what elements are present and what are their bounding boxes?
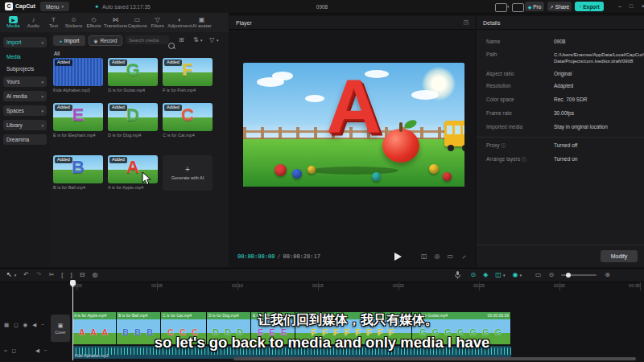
export-button[interactable]: ↑Export (575, 2, 604, 11)
snap-icon[interactable]: ⊙ (548, 272, 554, 278)
fullscreen-icon[interactable]: ↔ (459, 252, 468, 261)
tab-text[interactable]: TText (43, 13, 64, 32)
info-icon[interactable]: ⓘ (522, 157, 526, 162)
minimize-button[interactable]: – (618, 3, 621, 9)
grid-view-icon[interactable]: ⊞ (179, 37, 184, 43)
generate-with-ai-card[interactable]: + Generate with AI (163, 155, 213, 191)
collapse-icon[interactable]: − (44, 348, 47, 354)
media-item-f-fish[interactable]: FAdded (163, 58, 213, 86)
sidebar-item-yours[interactable]: Yours▾ (3, 76, 47, 87)
microphone-icon[interactable] (455, 271, 460, 279)
delete-left-icon[interactable]: [ (61, 272, 63, 278)
media-sidebar: Import▾ Media Subprojects Yours▾ AI medi… (0, 32, 51, 267)
cover-button[interactable]: ▣ Cover (51, 315, 70, 342)
preview-letter: A (243, 68, 464, 145)
undo-icon[interactable]: ↶ (23, 272, 29, 278)
layout-chevron-icon[interactable]: ▾ (507, 4, 510, 9)
sidebar-item-subprojects[interactable]: Subprojects (3, 64, 47, 74)
sidebar-item-library[interactable]: Library▾ (3, 120, 47, 130)
added-badge: Added (55, 157, 72, 163)
tab-adjustment[interactable]: ◐Adjustment (167, 13, 192, 32)
lock-icon[interactable]: ◻ (12, 348, 16, 354)
filter-icon[interactable]: ▽ (209, 37, 214, 43)
tab-stickers[interactable]: ☺Stickers (64, 13, 84, 32)
video-preview[interactable]: A (243, 63, 464, 187)
layout-switch-icon[interactable] (495, 3, 507, 12)
preview-axis-chevron-icon[interactable]: ▾ (503, 274, 506, 278)
tab-filters[interactable]: ▽Filters (147, 13, 167, 32)
redo-icon[interactable]: ↷ (36, 272, 42, 278)
filter-chevron-icon[interactable]: ▾ (217, 39, 219, 43)
mute-speaker-icon[interactable]: ◀ (32, 323, 36, 328)
eye-icon[interactable]: ◉ (23, 323, 28, 328)
import-media-button[interactable]: ●Import (53, 35, 85, 46)
caption-bubble-icon[interactable]: ▭ (535, 272, 542, 278)
tab-audio[interactable]: ♪Audio (23, 13, 43, 32)
zoom-fit-icon[interactable]: ⊕ (605, 272, 610, 278)
ratio-icon[interactable]: ◫ (421, 253, 427, 260)
ball-teal (372, 172, 381, 181)
media-item-kids-alphabet[interactable]: Added (53, 58, 103, 86)
levels-icon[interactable]: ◉ (512, 272, 518, 278)
share-icon: ↗ (550, 4, 554, 10)
modify-button[interactable]: Modify (601, 250, 638, 262)
split-icon[interactable]: ✂ (49, 272, 55, 278)
select-tool-icon[interactable]: ↖ (6, 272, 12, 278)
timeline-zoom-slider[interactable] (561, 274, 597, 276)
share-button[interactable]: ↗Share (547, 2, 572, 11)
sidebar-item-dreamina[interactable]: Dreamina (3, 134, 47, 145)
maximize-button[interactable]: □ (630, 3, 633, 9)
timeline-clip-a[interactable]: A is for Apple.mp4 A A A (72, 312, 117, 344)
media-item-name: B is for Ball.mp4 (53, 185, 103, 190)
sidebar-item-media[interactable]: Media (3, 51, 47, 62)
media-item-d-dog[interactable]: DAdded (108, 103, 158, 131)
quality-icon[interactable]: ▭ (447, 253, 453, 260)
popout-icon[interactable]: ◳ (463, 19, 469, 26)
menu-label: Menu (46, 4, 59, 10)
playhead[interactable] (72, 282, 73, 360)
info-icon[interactable]: ⓘ (501, 143, 506, 148)
sort-chevron-icon[interactable]: ▾ (200, 39, 203, 43)
select-tool-chevron-icon[interactable]: ▾ (14, 274, 17, 278)
play-button[interactable] (394, 253, 402, 261)
layout-switch2-icon[interactable] (512, 3, 524, 12)
zoom-slider-handle[interactable] (566, 273, 571, 278)
focus-icon[interactable]: ◎ (434, 253, 440, 260)
sidebar-item-ai-media[interactable]: AI media▾ (3, 91, 47, 101)
sidebar-item-spaces[interactable]: Spaces▾ (3, 105, 47, 116)
media-item-e-elephant[interactable]: EAdded (53, 103, 103, 131)
mute-speaker-icon[interactable]: ◀ (35, 348, 39, 354)
tab-captions[interactable]: ▭Captions (127, 13, 147, 32)
media-item-c-cat[interactable]: CAdded (163, 103, 213, 131)
tab-ai-avatar[interactable]: ▣AI avatar (192, 13, 212, 32)
preview-axis-icon[interactable]: ◫ (495, 272, 502, 278)
tab-media[interactable]: ▶Media (3, 13, 23, 32)
delete-icon[interactable]: ⊟ (80, 272, 85, 278)
capcut-logo-icon: C (5, 2, 13, 10)
media-item-b-ball[interactable]: BAdded (53, 155, 103, 183)
timeline-scrollbar[interactable] (233, 357, 636, 360)
audio-wave-icon[interactable]: ≈ (4, 348, 7, 354)
link-icon[interactable]: ◈ (483, 272, 488, 278)
added-badge: Added (55, 60, 72, 66)
record-button[interactable]: ◉Record (89, 35, 122, 46)
media-item-g-guitar[interactable]: GAdded (108, 58, 158, 86)
sort-icon[interactable]: ⇅ (193, 37, 199, 43)
delete-right-icon[interactable]: ] (71, 272, 72, 278)
search-icon[interactable] (168, 43, 175, 49)
search-input[interactable] (126, 35, 169, 44)
media-filter-all[interactable]: All (54, 51, 60, 56)
collapse-icon[interactable]: − (41, 323, 44, 328)
mask-icon[interactable]: ◍ (93, 272, 98, 278)
tab-transitions[interactable]: ⋈Transitions (104, 13, 127, 32)
menu-button[interactable]: Menu▾ (40, 2, 69, 11)
ai-avatar-tab-icon: ▣ (199, 16, 205, 23)
sidebar-item-import[interactable]: Import▾ (3, 37, 47, 47)
clip-name: B is for Ball.mp4 (117, 312, 160, 319)
lock-icon[interactable]: ◻ (14, 323, 18, 328)
levels-chevron-icon[interactable]: ▾ (519, 274, 522, 278)
magnet-icon[interactable]: ⊙ (470, 272, 476, 278)
track-grid-icon[interactable]: ▦ (4, 323, 9, 328)
pro-button[interactable]: ◆Pro (525, 2, 544, 11)
tab-effects[interactable]: ◇Effects (84, 13, 104, 32)
